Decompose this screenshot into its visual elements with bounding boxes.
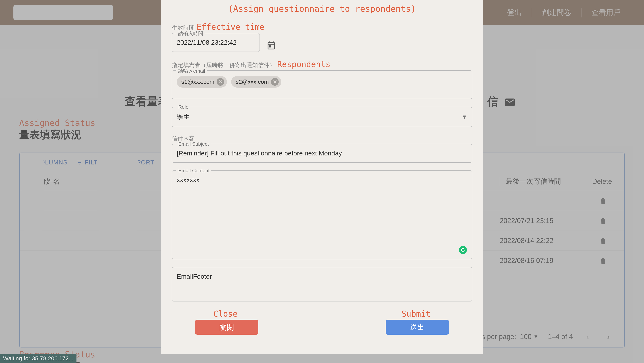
- close-button[interactable]: 關閉: [195, 320, 258, 335]
- submit-annotation: Submit: [402, 309, 431, 318]
- respondents-field[interactable]: 請輸入email s1@xxx.com ✕ s2@xxx.com ✕: [172, 70, 472, 99]
- respondents-annotation: Respondents: [277, 60, 330, 69]
- assign-questionnaire-modal: (Assign questionnaire to respondents) 生效…: [161, 0, 483, 354]
- email-subject-field[interactable]: Email Subject: [172, 144, 472, 163]
- content-float-label: Email Content: [176, 168, 212, 174]
- email-footer-textarea[interactable]: [177, 273, 467, 296]
- datetime-float-label: 請輸入時間: [176, 30, 205, 37]
- close-annotation: Close: [213, 309, 238, 318]
- email-footer-field[interactable]: [172, 267, 472, 302]
- chevron-down-icon[interactable]: ▼: [462, 114, 467, 120]
- email-content-field[interactable]: Email Content G: [172, 170, 472, 259]
- submit-button[interactable]: 送出: [386, 320, 449, 335]
- email-chip[interactable]: s1@xxx.com ✕: [177, 76, 227, 88]
- chip-remove-icon[interactable]: ✕: [271, 78, 279, 86]
- role-float-label: Role: [176, 104, 190, 110]
- email-content-section-label: 信件內容: [172, 135, 472, 142]
- effective-time-input[interactable]: [177, 39, 255, 46]
- role-select-value: 學生: [177, 112, 462, 121]
- respondents-float-label: 請輸入email: [176, 68, 207, 74]
- grammarly-icon[interactable]: G: [459, 246, 467, 254]
- email-subject-input[interactable]: [177, 150, 467, 157]
- calendar-icon[interactable]: [266, 41, 276, 52]
- effective-time-field[interactable]: 請輸入時間: [172, 33, 260, 52]
- subject-float-label: Email Subject: [176, 141, 211, 147]
- email-chip[interactable]: s2@xxx.com ✕: [231, 76, 281, 88]
- modal-title-annotation: (Assign questionnaire to respondents): [161, 4, 483, 14]
- role-field[interactable]: Role 學生 ▼: [172, 107, 472, 127]
- chip-remove-icon[interactable]: ✕: [216, 78, 224, 86]
- email-content-textarea[interactable]: [177, 176, 467, 253]
- effective-time-annotation: Effective time: [197, 22, 264, 32]
- browser-status-bar: Waiting for 35.78.206.172...: [0, 354, 76, 363]
